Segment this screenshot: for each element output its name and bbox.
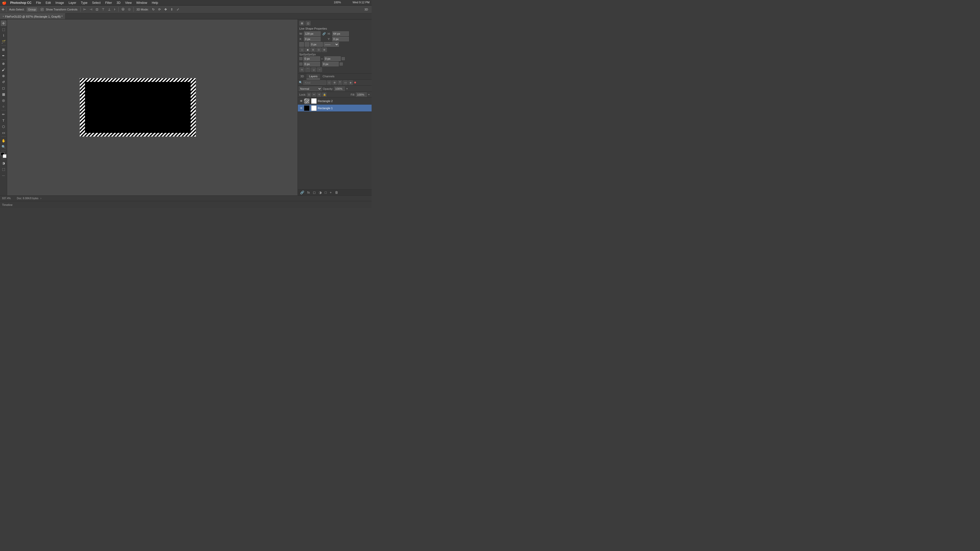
more-tools[interactable]: ··· bbox=[1, 172, 6, 178]
layer-fx-btn[interactable]: fx bbox=[307, 191, 310, 194]
pan-3d-icon[interactable]: ✥ bbox=[163, 7, 168, 12]
corner-square-icon[interactable]: ⊓ bbox=[299, 67, 304, 72]
scale-3d-icon[interactable]: ⤢ bbox=[175, 7, 180, 12]
layer-row-rect2[interactable]: 👁 Rectangle 2 bbox=[298, 97, 372, 105]
lock-position-btn[interactable]: ✏ bbox=[312, 93, 316, 97]
menu-filter[interactable]: Filter bbox=[103, 0, 114, 5]
apple-menu[interactable]: 🍎 bbox=[2, 1, 6, 5]
fill-input[interactable] bbox=[356, 92, 367, 97]
tab-channels[interactable]: Channels bbox=[320, 74, 337, 79]
gradient-tool[interactable]: ▦ bbox=[1, 91, 6, 97]
stamp-tool[interactable]: ⊗ bbox=[1, 73, 6, 79]
heal-tool[interactable]: ⊕ bbox=[1, 61, 6, 66]
tab-layers[interactable]: Layers bbox=[307, 74, 320, 79]
zoom-tool[interactable]: 🔍 bbox=[1, 144, 6, 149]
opacity-input[interactable] bbox=[334, 86, 345, 91]
corner-check-2[interactable] bbox=[342, 57, 345, 60]
doc-tab-active[interactable]: × FileForOLED @ 937% (Rectangle 1, Gray/… bbox=[0, 14, 65, 19]
shape-tool[interactable]: ▭ bbox=[1, 130, 6, 135]
corner-input-3[interactable] bbox=[304, 62, 320, 66]
stroke-swatch[interactable] bbox=[305, 42, 309, 47]
menu-app-name[interactable]: Photoshop CC bbox=[8, 0, 33, 5]
stroke-type-dropdown[interactable]: —— - - - bbox=[324, 42, 339, 47]
layer-mask-btn[interactable]: ◻ bbox=[312, 191, 317, 194]
crop-tool[interactable]: ⊞ bbox=[1, 47, 6, 52]
hand-tool[interactable]: ✋ bbox=[1, 138, 6, 143]
layer-add-btn[interactable]: + bbox=[329, 191, 332, 194]
layer-filter-dot[interactable] bbox=[354, 82, 356, 83]
align-top-icon[interactable]: ⊤ bbox=[100, 7, 106, 12]
auto-select-dropdown[interactable]: Group bbox=[27, 7, 37, 11]
prop-w-input[interactable] bbox=[304, 32, 321, 36]
menu-edit[interactable]: Edit bbox=[44, 0, 53, 5]
align-bottom-icon[interactable]: ⊦ bbox=[113, 7, 117, 12]
layer-filter-smart[interactable]: ◈ bbox=[348, 80, 353, 85]
layer-row-rect1[interactable]: 👁 Rectangle 1 bbox=[298, 105, 372, 112]
corner-input-4[interactable] bbox=[322, 62, 339, 66]
stroke-input[interactable] bbox=[310, 42, 323, 47]
statusbar-arrow[interactable]: › bbox=[41, 197, 41, 200]
blur-tool[interactable]: ◎ bbox=[1, 97, 6, 103]
layer-group-btn[interactable]: □ bbox=[324, 191, 328, 194]
corner-check-4[interactable] bbox=[340, 62, 343, 65]
distribute-h-icon[interactable]: ⦿ bbox=[120, 7, 126, 12]
opacity-chevron[interactable]: ▼ bbox=[346, 87, 348, 90]
orbit-3d-icon[interactable]: ⟳ bbox=[157, 7, 162, 12]
background-color[interactable] bbox=[3, 154, 6, 158]
align-center-h-icon[interactable]: ⊣ bbox=[88, 7, 94, 12]
menu-view[interactable]: View bbox=[123, 0, 134, 5]
menu-help[interactable]: Help bbox=[150, 0, 160, 5]
layer-filter-type[interactable]: T bbox=[338, 80, 342, 85]
layer-eye-rect2[interactable]: 👁 bbox=[299, 99, 303, 103]
align-left-icon[interactable]: ⊢ bbox=[82, 7, 87, 12]
slide-3d-icon[interactable]: ⇕ bbox=[169, 7, 174, 12]
lasso-tool[interactable]: ⌇ bbox=[1, 33, 6, 38]
menu-file[interactable]: File bbox=[34, 0, 43, 5]
history-tool[interactable]: ↺ bbox=[1, 79, 6, 85]
align-btn-2[interactable]: ◼ bbox=[305, 48, 310, 52]
align-btn-3[interactable]: ⊞ bbox=[310, 48, 316, 52]
align-center-v-icon[interactable]: ⊥ bbox=[107, 7, 112, 12]
menu-window[interactable]: Window bbox=[135, 0, 149, 5]
layer-filter-shape[interactable]: ▭ bbox=[343, 80, 348, 85]
align-btn-5[interactable]: ⊠ bbox=[322, 48, 327, 52]
layer-filter-adjust[interactable]: ⊕ bbox=[332, 80, 337, 85]
lock-all-btn[interactable]: 🔒 bbox=[322, 93, 326, 97]
screen-mode-tool[interactable]: ⬚ bbox=[1, 166, 6, 172]
layer-eye-rect1[interactable]: 👁 bbox=[299, 106, 303, 110]
corner-input-2[interactable] bbox=[324, 56, 341, 61]
magic-wand-tool[interactable]: 🪄 bbox=[1, 39, 6, 44]
layer-delete-btn[interactable]: 🗑 bbox=[334, 191, 339, 194]
corner-input-1[interactable] bbox=[304, 56, 320, 61]
corner-inset-icon[interactable]: ⌣ bbox=[317, 67, 322, 72]
pen-tool[interactable]: ✏ bbox=[1, 111, 6, 117]
menu-type[interactable]: Type bbox=[79, 0, 89, 5]
appearance-tab-icon[interactable]: ◻ bbox=[305, 21, 310, 25]
lock-pixels-btn[interactable]: ⊡ bbox=[307, 93, 311, 97]
layer-adj-btn[interactable]: ◑ bbox=[318, 191, 322, 194]
prop-x-input[interactable] bbox=[304, 37, 321, 41]
brush-tool[interactable]: 🖌 bbox=[1, 67, 6, 73]
align-btn-1[interactable]: ◻ bbox=[299, 48, 304, 52]
corner-round2-icon[interactable]: ∪ bbox=[311, 67, 316, 72]
prop-h-input[interactable] bbox=[332, 32, 349, 36]
layers-search-input[interactable] bbox=[303, 80, 326, 85]
menu-3d[interactable]: 3D bbox=[115, 0, 122, 5]
fill-swatch[interactable] bbox=[299, 42, 304, 47]
canvas-area[interactable] bbox=[7, 19, 298, 195]
eyedropper-tool[interactable]: ✒ bbox=[1, 53, 6, 59]
corner-check[interactable] bbox=[299, 57, 302, 60]
link-icon[interactable]: 🔗 bbox=[321, 32, 327, 35]
prop-y-input[interactable] bbox=[332, 37, 349, 41]
corner-check-3[interactable] bbox=[299, 62, 302, 65]
tab-3d[interactable]: 3D bbox=[298, 74, 307, 79]
menu-image[interactable]: Image bbox=[54, 0, 65, 5]
move-tool[interactable]: ✛ bbox=[1, 21, 6, 26]
text-tool[interactable]: T bbox=[1, 118, 6, 123]
fill-chevron[interactable]: ▼ bbox=[368, 94, 370, 96]
rotate-3d-icon[interactable]: ↻ bbox=[151, 7, 156, 12]
lock-move-btn[interactable]: ✛ bbox=[317, 93, 321, 97]
corner-round-icon[interactable]: ⌒ bbox=[305, 67, 310, 72]
eraser-tool[interactable]: ◻ bbox=[1, 85, 6, 91]
blend-mode-dropdown[interactable]: Normal bbox=[299, 86, 322, 91]
